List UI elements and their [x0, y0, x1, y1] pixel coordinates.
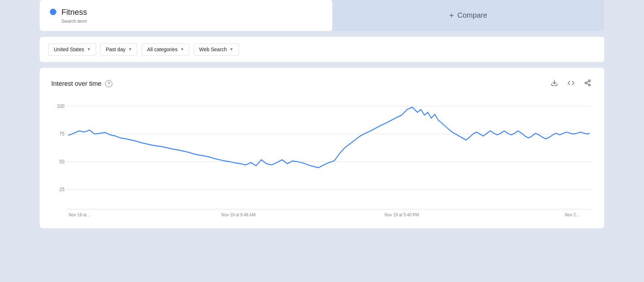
search-term-name: Fitness	[61, 7, 87, 18]
svg-line-5	[587, 81, 589, 82]
chart-svg: 100 75 50 25 Nov 19 at... Nov 19 at 9:48…	[51, 98, 593, 221]
chart-actions	[549, 78, 593, 90]
search-term-label: Search term	[61, 18, 87, 24]
compare-plus-icon: +	[449, 11, 454, 20]
category-dropdown-arrow: ▼	[180, 47, 184, 51]
chart-header: Interest over time ?	[51, 78, 593, 90]
svg-text:Nov 19 at...: Nov 19 at...	[69, 212, 90, 217]
chart-title: Interest over time	[51, 80, 101, 88]
location-dropdown-arrow: ▼	[87, 47, 91, 51]
location-filter[interactable]: United States ▼	[48, 43, 96, 56]
search-type-dropdown-arrow: ▼	[230, 47, 233, 51]
help-icon[interactable]: ?	[105, 80, 112, 87]
page-wrapper: Fitness Search term + Compare United Sta…	[0, 0, 644, 228]
svg-text:75: 75	[60, 131, 65, 137]
share-button[interactable]	[583, 78, 593, 90]
svg-text:25: 25	[60, 186, 65, 192]
svg-text:100: 100	[57, 103, 65, 109]
time-dropdown-arrow: ▼	[128, 47, 132, 51]
compare-card[interactable]: + Compare	[332, 0, 605, 31]
svg-text:Nov 19 at 5:40 PM: Nov 19 at 5:40 PM	[384, 212, 419, 217]
search-term-info: Fitness Search term	[61, 7, 87, 24]
search-term-dot	[50, 9, 56, 15]
chart-title-group: Interest over time ?	[51, 80, 112, 88]
svg-line-4	[587, 83, 589, 84]
svg-text:Nov 2...: Nov 2...	[565, 212, 579, 217]
help-icon-label: ?	[108, 81, 110, 86]
category-filter[interactable]: All categories ▼	[142, 43, 189, 56]
search-type-filter[interactable]: Web Search ▼	[194, 43, 239, 56]
compare-label: Compare	[458, 11, 487, 19]
embed-button[interactable]	[566, 78, 576, 90]
download-button[interactable]	[549, 78, 559, 90]
time-filter[interactable]: Past day ▼	[100, 43, 137, 56]
search-term-card: Fitness Search term	[40, 0, 332, 31]
search-type-filter-label: Web Search	[199, 47, 227, 52]
chart-area: 100 75 50 25 Nov 19 at... Nov 19 at 9:48…	[51, 98, 593, 221]
filter-row: United States ▼ Past day ▼ All categorie…	[40, 37, 604, 62]
location-filter-label: United States	[54, 47, 84, 52]
time-filter-label: Past day	[106, 47, 125, 52]
category-filter-label: All categories	[147, 47, 177, 52]
chart-card: Interest over time ?	[40, 68, 604, 228]
search-term-row: Fitness Search term + Compare	[40, 0, 604, 31]
svg-text:Nov 19 at 9:48 AM: Nov 19 at 9:48 AM	[221, 212, 256, 217]
svg-text:50: 50	[60, 159, 65, 164]
